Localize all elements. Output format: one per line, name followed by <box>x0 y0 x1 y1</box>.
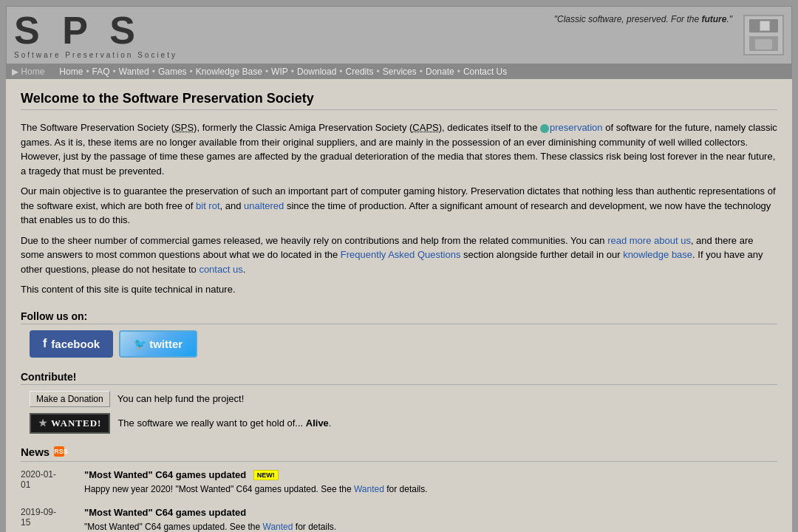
news-date: 2019-09-15 <box>21 507 72 532</box>
faq-link[interactable]: Frequently Asked Questions <box>341 249 461 260</box>
contribute-section: Make a Donation You can help fund the pr… <box>30 391 777 434</box>
news-headline: "Most Wanted" C64 games updated <box>84 507 336 518</box>
facebook-button[interactable]: f facebook <box>30 330 113 358</box>
wanted-row: WANTED! The software we really want to g… <box>30 413 777 434</box>
news-headline: "Most Wanted" C64 games updated NEW! <box>84 469 428 480</box>
wanted-news-link-1[interactable]: Wanted <box>354 484 384 494</box>
site-tagline: "Classic software, preserved. For the fu… <box>554 14 732 24</box>
news-item-content: "Most Wanted" C64 games updated NEW! Hap… <box>84 469 428 496</box>
facebook-icon: f <box>43 337 47 350</box>
news-item: 2020-01-01 "Most Wanted" C64 games updat… <box>21 469 777 496</box>
preservation-link[interactable]: preservation <box>540 122 603 133</box>
page-title: Welcome to the Software Preservation Soc… <box>21 91 777 110</box>
news-item: 2019-09-15 "Most Wanted" C64 games updat… <box>21 507 777 532</box>
nav-games[interactable]: Games <box>158 66 187 77</box>
read-more-link[interactable]: read more about us <box>607 235 691 246</box>
logo-area: S P S Software Preservation Society <box>14 11 177 59</box>
intro-paragraph-2: Our main objective is to guarantee the p… <box>21 184 777 228</box>
nav-wip[interactable]: WIP <box>271 66 288 77</box>
wanted-news-link-2[interactable]: Wanted <box>263 522 293 532</box>
nav-knowledge-base[interactable]: Knowledge Base <box>196 66 262 77</box>
donate-row: Make a Donation You can help fund the pr… <box>30 391 777 407</box>
breadcrumb: Home <box>12 66 44 77</box>
bit-rot-link[interactable]: bit rot <box>196 200 220 211</box>
donate-text: You can help fund the project! <box>117 393 245 404</box>
preserve-dot-icon <box>540 124 549 133</box>
intro-paragraph-3: Due to the sheer number of commercial ga… <box>21 233 777 277</box>
news-date: 2020-01-01 <box>21 469 72 496</box>
unaltered-link[interactable]: unaltered <box>244 200 284 211</box>
nav-wanted[interactable]: Wanted <box>119 66 149 77</box>
twitter-button[interactable]: 🐦 twitter <box>119 330 197 358</box>
contribute-section-title: Contribute! <box>21 371 777 385</box>
wanted-text: The software we really want to get hold … <box>117 417 331 429</box>
nav-download[interactable]: Download <box>297 66 336 77</box>
navbar: Home Home • FAQ • Wanted • Games • Knowl… <box>6 64 792 79</box>
wanted-button[interactable]: WANTED! <box>30 413 110 434</box>
nav-contact-us[interactable]: Contact Us <box>463 66 507 77</box>
intro-paragraph-4: This content of this site is quite techn… <box>21 282 777 297</box>
nav-faq[interactable]: FAQ <box>92 66 110 77</box>
nav-donate[interactable]: Donate <box>426 66 454 77</box>
news-section: News RSS 2020-01-01 "Most Wanted" C64 ga… <box>21 446 777 533</box>
logo-subtitle: Software Preservation Society <box>14 51 177 59</box>
nav-links: Home • FAQ • Wanted • Games • Knowledge … <box>59 66 507 77</box>
nav-home[interactable]: Home <box>59 66 83 77</box>
rss-icon[interactable]: RSS <box>54 446 64 457</box>
logo-letters: S P S <box>14 11 177 50</box>
contact-us-link[interactable]: contact us <box>199 264 242 275</box>
knowledge-base-link[interactable]: knowledge base <box>623 249 692 260</box>
nav-services[interactable]: Services <box>383 66 417 77</box>
new-badge: NEW! <box>253 470 279 480</box>
news-body: "Most Wanted" C64 games updated. See the… <box>84 521 336 532</box>
donate-button[interactable]: Make a Donation <box>30 391 110 407</box>
follow-section-title: Follow us on: <box>21 310 777 324</box>
social-buttons: f facebook 🐦 twitter <box>30 330 777 358</box>
main-content: Welcome to the Software Preservation Soc… <box>6 79 792 532</box>
site-header: S P S Software Preservation Society "Cla… <box>6 6 792 64</box>
news-body: Happy new year 2020! "Most Wanted" C64 g… <box>84 483 428 496</box>
intro-paragraph-1: The Software Preservation Society (SPS),… <box>21 120 777 178</box>
news-headline-link[interactable]: "Most Wanted" C64 games updated <box>84 507 246 518</box>
news-headline-link[interactable]: "Most Wanted" C64 games updated <box>84 469 246 480</box>
news-item-content: "Most Wanted" C64 games updated "Most Wa… <box>84 507 336 532</box>
twitter-icon: 🐦 <box>134 338 146 349</box>
news-section-title: News RSS <box>21 446 777 462</box>
floppy-disk-icon <box>743 15 784 55</box>
nav-credits[interactable]: Credits <box>346 66 374 77</box>
